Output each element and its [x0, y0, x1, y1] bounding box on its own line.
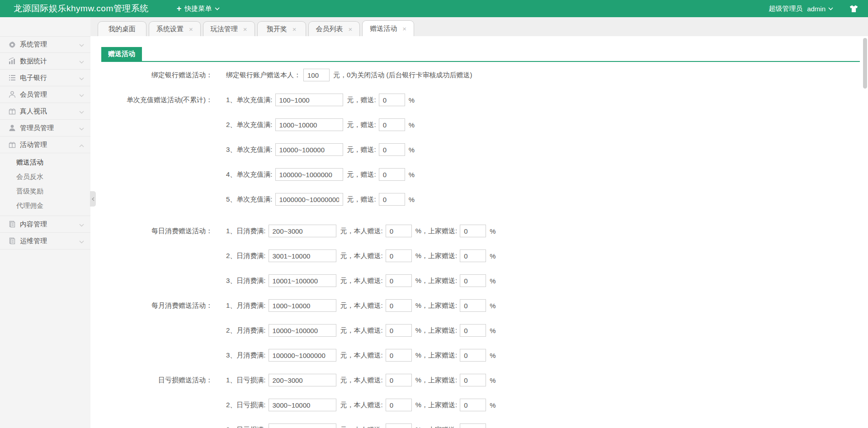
- tab-label: 预开奖: [267, 25, 287, 33]
- range-input[interactable]: [269, 249, 336, 262]
- range-input[interactable]: [269, 225, 336, 237]
- self-percent-input[interactable]: [379, 168, 405, 181]
- sidebar-item-8[interactable]: 运维管理: [0, 233, 90, 249]
- self-percent-input[interactable]: [386, 225, 412, 237]
- after-self-label: %，上家赠送:: [415, 376, 458, 385]
- chevron-up-icon: [79, 141, 84, 149]
- form-row-section1-0: 每日消费赠送活动：1、日消费满:元，本人赠送:%，上家赠送:%: [101, 225, 860, 237]
- admin-user-icon: [8, 124, 16, 132]
- parent-percent-input[interactable]: [460, 299, 486, 312]
- sidebar-item-label: 数据统计: [20, 57, 47, 66]
- self-percent-input[interactable]: [386, 423, 412, 428]
- top-bar: 龙源国际娱乐khymw.com管理系统 + 快捷菜单 超级管理员 admin: [0, 0, 868, 17]
- self-percent-input[interactable]: [386, 249, 412, 262]
- range-input[interactable]: [275, 94, 343, 106]
- sidebar: 系统管理数据统计电子银行会员管理真人视讯管理员管理活动管理赠送活动会员反水晋级奖…: [0, 17, 90, 428]
- section-tab-gift-activity[interactable]: 赠送活动: [101, 47, 142, 61]
- range-input[interactable]: [275, 143, 343, 156]
- row-item-label: 2、日亏损满:: [226, 401, 266, 409]
- self-percent-input[interactable]: [386, 299, 412, 312]
- row-item-label: 3、日亏损满:: [226, 426, 266, 428]
- tab-item-4[interactable]: 会员列表×: [308, 21, 360, 36]
- parent-percent-input[interactable]: [460, 324, 486, 337]
- sidebar-item-5[interactable]: 管理员管理: [0, 120, 90, 136]
- close-icon[interactable]: ×: [189, 26, 193, 33]
- after-parent-label: %: [490, 277, 495, 285]
- tab-label: 系统设置: [156, 25, 184, 33]
- sidebar-submenu: 赠送活动会员反水晋级奖励代理佣金: [0, 153, 90, 216]
- chevron-down-icon: [79, 124, 84, 132]
- parent-percent-input[interactable]: [460, 349, 486, 362]
- range-input[interactable]: [269, 274, 336, 287]
- parent-percent-input[interactable]: [460, 423, 486, 428]
- range-input[interactable]: [269, 374, 336, 386]
- chevron-down-icon: [79, 237, 84, 245]
- row-item-label: 1、日亏损满:: [226, 376, 266, 385]
- range-input[interactable]: [269, 324, 336, 337]
- parent-percent-input[interactable]: [460, 274, 486, 287]
- sidebar-item-label: 活动管理: [20, 141, 47, 149]
- sidebar-item-0[interactable]: 系统管理: [0, 36, 90, 53]
- quick-menu-button[interactable]: + 快捷菜单: [177, 4, 220, 14]
- close-icon[interactable]: ×: [243, 26, 247, 33]
- field-suffix: 元，0为关闭活动 (后台银行卡审核成功后赠送): [333, 71, 472, 80]
- range-input[interactable]: [269, 349, 336, 362]
- tab-label: 玩法管理: [211, 25, 238, 33]
- sidebar-subitem-6-0[interactable]: 赠送活动: [0, 155, 90, 169]
- range-input[interactable]: [275, 118, 343, 131]
- range-input[interactable]: [275, 193, 343, 206]
- self-percent-input[interactable]: [386, 349, 412, 362]
- tab-label: 赠送活动: [370, 24, 397, 33]
- self-percent-input[interactable]: [386, 374, 412, 386]
- theme-skin-icon[interactable]: [849, 5, 858, 13]
- after-self-label: %: [409, 171, 415, 179]
- gear-icon: [8, 41, 16, 48]
- row-item-label: 2、单次充值满:: [226, 121, 273, 129]
- self-percent-input[interactable]: [386, 324, 412, 337]
- bind-bank-amount-input[interactable]: [303, 69, 330, 81]
- close-icon[interactable]: ×: [402, 25, 406, 32]
- close-icon[interactable]: ×: [292, 26, 297, 33]
- sidebar-item-1[interactable]: 数据统计: [0, 53, 90, 70]
- range-input[interactable]: [269, 299, 336, 312]
- self-percent-input[interactable]: [379, 118, 405, 131]
- sidebar-collapse-handle[interactable]: [90, 191, 96, 207]
- parent-percent-input[interactable]: [460, 374, 486, 386]
- parent-percent-input[interactable]: [460, 249, 486, 262]
- range-input[interactable]: [275, 168, 343, 181]
- sidebar-item-6[interactable]: 活动管理: [0, 136, 90, 153]
- self-percent-input[interactable]: [379, 94, 405, 106]
- self-percent-input[interactable]: [386, 274, 412, 287]
- parent-percent-input[interactable]: [460, 399, 486, 411]
- form-row-section2-0: 每月消费赠送活动：1、月消费满:元，本人赠送:%，上家赠送:%: [101, 299, 860, 312]
- after-self-label: %，上家赠送:: [415, 426, 458, 428]
- sidebar-item-7[interactable]: 内容管理: [0, 216, 90, 233]
- after-range-label: 元，赠送:: [347, 96, 376, 104]
- tab-item-3[interactable]: 预开奖×: [257, 21, 306, 36]
- tab-label: 我的桌面: [108, 25, 136, 33]
- range-input[interactable]: [269, 399, 336, 411]
- sidebar-item-3[interactable]: 会员管理: [0, 86, 90, 103]
- row-item-label: 2、月消费满:: [226, 326, 266, 335]
- tab-item-0[interactable]: 我的桌面: [98, 21, 146, 36]
- range-input[interactable]: [269, 423, 336, 428]
- parent-percent-input[interactable]: [460, 225, 486, 237]
- self-percent-input[interactable]: [386, 399, 412, 411]
- sidebar-item-2[interactable]: 电子银行: [0, 70, 90, 86]
- user-dropdown[interactable]: admin: [807, 5, 833, 13]
- row-item-label: 3、日消费满:: [226, 277, 266, 285]
- row-item-label: 1、单次充值满:: [226, 96, 273, 104]
- sidebar-subitem-6-2[interactable]: 晋级奖励: [0, 184, 90, 198]
- sidebar-subitem-6-3[interactable]: 代理佣金: [0, 198, 90, 213]
- close-icon[interactable]: ×: [349, 26, 353, 33]
- username: admin: [807, 5, 826, 13]
- tab-item-1[interactable]: 系统设置×: [149, 21, 201, 36]
- after-parent-label: %: [490, 426, 495, 428]
- scrollbar-thumb[interactable]: [863, 38, 867, 89]
- sidebar-subitem-6-1[interactable]: 会员反水: [0, 169, 90, 184]
- tab-item-5[interactable]: 赠送活动×: [362, 20, 414, 36]
- sidebar-item-4[interactable]: 真人视讯: [0, 103, 90, 120]
- self-percent-input[interactable]: [379, 193, 405, 206]
- self-percent-input[interactable]: [379, 143, 405, 156]
- tab-item-2[interactable]: 玩法管理×: [203, 21, 255, 36]
